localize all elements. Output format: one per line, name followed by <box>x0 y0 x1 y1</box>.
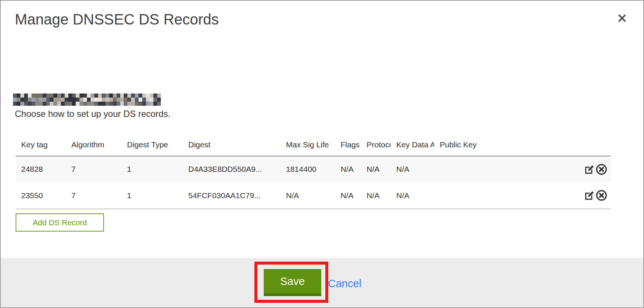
col-header-key-data-alg: Key Data Alg <box>391 124 434 156</box>
col-header-actions <box>567 124 611 156</box>
manage-dnssec-dialog: Manage DNSSEC DS Records Choose how to s… <box>0 0 644 308</box>
cell-public-key <box>434 182 567 209</box>
delete-icon <box>596 197 607 202</box>
col-header-algorithm: Algorithm <box>66 124 121 156</box>
edit-record-button[interactable] <box>584 190 595 201</box>
col-header-digest: Digest <box>183 124 280 156</box>
table-header-row: Key tag Algorithm Digest Type Digest Max… <box>16 124 611 156</box>
edit-icon <box>584 170 595 176</box>
table-row: 24828 7 1 D4A33E8DD550A9... 1814400 N/A … <box>16 156 611 182</box>
cell-digest: D4A33E8DD550A9... <box>183 156 280 182</box>
save-button[interactable]: Save <box>264 269 321 296</box>
cell-key-data-alg: N/A <box>391 156 434 182</box>
ds-records-table: Key tag Algorithm Digest Type Digest Max… <box>16 124 611 209</box>
cancel-link[interactable]: Cancel <box>328 278 361 290</box>
cell-public-key <box>434 156 567 182</box>
intro-text: Choose how to set up your DS records. <box>15 109 170 119</box>
delete-record-button[interactable] <box>596 190 607 201</box>
table-row: 23550 7 1 54FCF030AA1C79... N/A N/A N/A … <box>16 182 611 209</box>
cell-digest: 54FCF030AA1C79... <box>183 182 280 209</box>
cell-algorithm: 7 <box>66 156 121 182</box>
delete-icon <box>596 171 607 176</box>
cell-key-tag: 24828 <box>16 156 66 182</box>
col-header-protocol: Protocol <box>361 124 391 156</box>
cell-algorithm: 7 <box>66 182 121 209</box>
delete-record-button[interactable] <box>596 164 607 175</box>
cell-actions <box>567 182 611 209</box>
col-header-flags: Flags <box>335 124 361 156</box>
close-icon <box>618 14 627 23</box>
page-title: Manage DNSSEC DS Records <box>15 11 219 28</box>
cell-flags: N/A <box>335 156 361 182</box>
edit-icon <box>584 196 595 202</box>
footer-bar <box>1 258 643 307</box>
cell-key-tag: 23550 <box>16 182 66 209</box>
cell-protocol: N/A <box>361 156 391 182</box>
col-header-digest-type: Digest Type <box>121 124 183 156</box>
cell-digest-type: 1 <box>121 156 183 182</box>
add-ds-record-button[interactable]: Add DS Record <box>16 213 104 232</box>
cell-key-data-alg: N/A <box>391 182 434 209</box>
col-header-max-sig-life: Max Sig Life <box>280 124 335 156</box>
cell-flags: N/A <box>335 182 361 209</box>
cell-digest-type: 1 <box>121 182 183 209</box>
edit-record-button[interactable] <box>584 164 595 175</box>
cell-protocol: N/A <box>361 182 391 209</box>
cell-max-sig-life: N/A <box>280 182 335 209</box>
col-header-public-key: Public Key <box>434 124 567 156</box>
cell-actions <box>567 156 611 182</box>
cell-max-sig-life: 1814400 <box>280 156 335 182</box>
col-header-key-tag: Key tag <box>16 124 66 156</box>
close-button[interactable] <box>616 12 628 24</box>
redacted-domain <box>13 94 161 106</box>
